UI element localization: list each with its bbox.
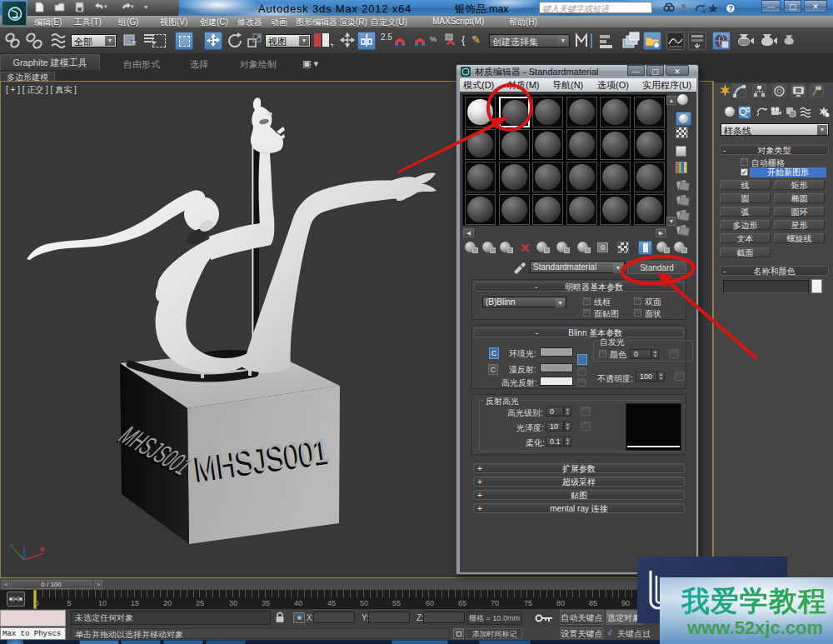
svg-text:✎: ✎ [471, 33, 481, 46]
svg-text:{: { [461, 33, 466, 46]
svg-text:x: x [10, 542, 14, 550]
svg-text:?: ? [729, 4, 734, 12]
svg-text:%: % [430, 35, 436, 43]
